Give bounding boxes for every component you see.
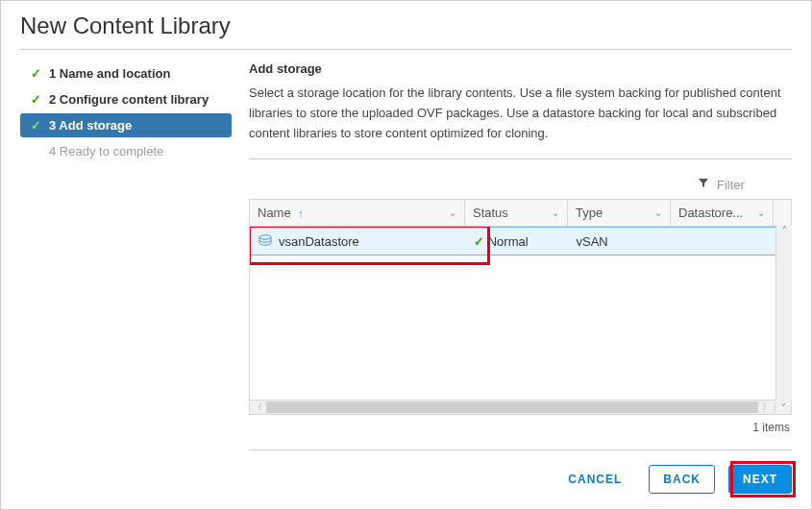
back-button[interactable]: BACK bbox=[649, 465, 715, 494]
step-name-and-location[interactable]: ✓ 1 Name and location bbox=[20, 61, 232, 85]
status-ok-icon: ✓ bbox=[474, 234, 484, 249]
scroll-right-icon[interactable]: 〉 bbox=[759, 401, 775, 414]
new-content-library-dialog: New Content Library ✓ 1 Name and locatio… bbox=[0, 0, 812, 510]
chevron-down-icon[interactable]: ⌄ bbox=[449, 207, 456, 218]
column-label: Status bbox=[473, 206, 508, 220]
column-label: Type bbox=[576, 206, 603, 220]
step-add-storage[interactable]: ✓ 3 Add storage bbox=[20, 113, 232, 137]
check-icon: ✓ bbox=[28, 66, 43, 81]
column-label: Name bbox=[258, 206, 291, 220]
horizontal-scrollbar[interactable]: 〈 〉 ˅ bbox=[250, 400, 791, 414]
step-label: 2 Configure content library bbox=[49, 92, 209, 107]
chevron-down-icon[interactable]: ⌄ bbox=[552, 207, 559, 218]
column-datastore-cluster[interactable]: Datastore... ⌄ bbox=[671, 200, 774, 226]
items-count: 1 items bbox=[249, 415, 792, 450]
check-icon: ✓ bbox=[28, 118, 43, 133]
chevron-down-icon[interactable]: ⌄ bbox=[757, 207, 765, 218]
step-configure-content-library[interactable]: ✓ 2 Configure content library bbox=[20, 87, 232, 111]
table-body: vsanDatastore ✓ Normal vSAN bbox=[250, 227, 791, 400]
filter-input[interactable] bbox=[715, 177, 792, 193]
dialog-footer: CANCEL BACK NEXT bbox=[554, 465, 792, 494]
scroll-track[interactable] bbox=[266, 401, 758, 413]
step-label: 1 Name and location bbox=[49, 66, 170, 81]
scroll-header-spacer bbox=[774, 200, 791, 226]
column-label: Datastore... bbox=[678, 206, 743, 220]
section-heading: Add storage bbox=[249, 61, 792, 76]
vertical-scrollbar[interactable]: ˄ bbox=[775, 225, 792, 401]
next-button[interactable]: NEXT bbox=[728, 465, 792, 494]
table-header: Name ↑ ⌄ Status ⌄ Type ⌄ bbox=[250, 200, 791, 227]
table-row[interactable]: vsanDatastore ✓ Normal vSAN bbox=[250, 227, 791, 255]
step-label: 3 Add storage bbox=[49, 118, 132, 133]
column-type[interactable]: Type ⌄ bbox=[568, 200, 671, 226]
column-name[interactable]: Name ↑ ⌄ bbox=[250, 200, 465, 226]
scroll-left-icon[interactable]: 〈 bbox=[250, 401, 265, 414]
sort-ascending-icon: ↑ bbox=[298, 207, 304, 219]
scroll-down-icon[interactable]: ˅ bbox=[775, 402, 791, 413]
svg-point-0 bbox=[259, 235, 271, 239]
wizard-steps: ✓ 1 Name and location ✓ 2 Configure cont… bbox=[20, 61, 232, 450]
filter-bar bbox=[249, 173, 792, 199]
dialog-title: New Content Library bbox=[20, 1, 792, 50]
check-icon: ✓ bbox=[28, 144, 43, 158]
section-description: Select a storage location for the librar… bbox=[249, 84, 792, 159]
column-status[interactable]: Status ⌄ bbox=[465, 200, 568, 226]
cancel-button[interactable]: CANCEL bbox=[554, 466, 635, 493]
status-text: Normal bbox=[488, 234, 529, 249]
chevron-down-icon[interactable]: ⌄ bbox=[654, 207, 662, 218]
type-text: vSAN bbox=[576, 234, 607, 249]
filter-icon[interactable] bbox=[698, 178, 709, 192]
datastore-table: Name ↑ ⌄ Status ⌄ Type ⌄ bbox=[249, 199, 792, 415]
datastore-icon bbox=[258, 234, 273, 248]
step-ready-to-complete: ✓ 4 Ready to complete bbox=[20, 139, 232, 163]
check-icon: ✓ bbox=[28, 92, 43, 107]
scroll-up-icon[interactable]: ˄ bbox=[782, 225, 787, 235]
step-label: 4 Ready to complete bbox=[49, 144, 163, 158]
datastore-name: vsanDatastore bbox=[279, 234, 359, 249]
